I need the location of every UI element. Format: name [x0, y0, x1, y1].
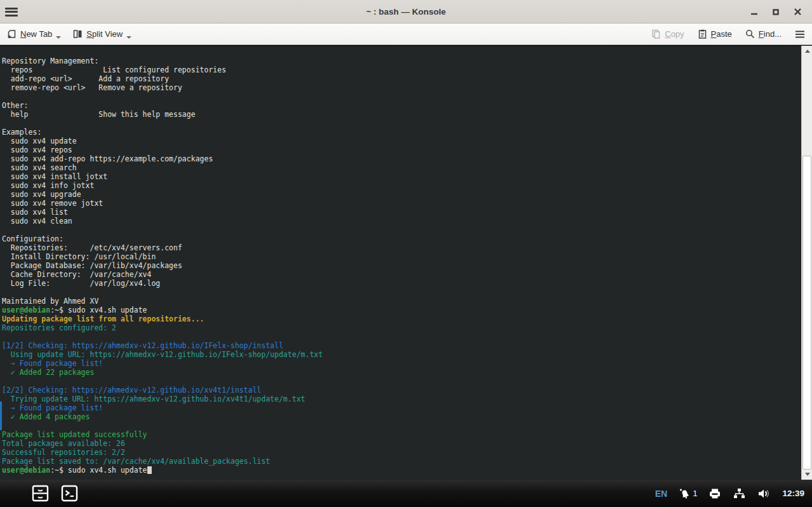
terminal-text: Cache Directory: /var/cache/xv4 [2, 270, 151, 279]
terminal-line: Log File: /var/log/xv4.log [2, 279, 799, 288]
terminal-line: Package Database: /var/lib/xv4/packages [2, 261, 799, 270]
terminal-line: repos List configured repositories [2, 65, 799, 74]
terminal-text: help Show this help message [2, 110, 196, 119]
terminal-text: user@debian [2, 306, 50, 314]
close-icon [794, 8, 802, 16]
terminal-text: Updating package list from all repositor… [2, 314, 204, 323]
terminal-line: Updating package list from all repositor… [2, 314, 799, 323]
system-tray: EN 1 12:39 [655, 487, 812, 500]
split-view-label: Split View [86, 29, 123, 39]
terminal-cursor [147, 466, 152, 474]
terminal-text: Repository Management: [2, 57, 98, 65]
terminal-text: Successful repositories: 2/2 [2, 448, 125, 457]
clock[interactable]: 12:39 [782, 489, 804, 498]
minimize-icon [750, 8, 758, 16]
terminal-line: Successful repositories: 2/2 [2, 448, 799, 457]
terminal-line: ✓ Added 22 packages [2, 368, 799, 377]
terminal-line: → Found package list! [2, 403, 799, 412]
terminal-line: [1/2] Checking: https://ahmedxv-v12.gith… [2, 341, 799, 350]
printer-icon[interactable] [708, 487, 722, 500]
notification-count: 1 [693, 489, 697, 498]
terminal-line: [2/2] Checking: https://ahmedxv-v12.gith… [2, 386, 799, 395]
terminal-text: Examples: [2, 128, 41, 137]
paste-icon [697, 29, 708, 39]
terminal-line: Using update URL: https://ahmedxv-v12.gi… [2, 350, 799, 359]
paste-label: Paste [711, 29, 732, 39]
terminal-text: user@debian [2, 466, 50, 475]
new-tab-button[interactable]: New Tab [6, 29, 61, 39]
split-view-icon [72, 29, 83, 39]
terminal-line [2, 92, 799, 101]
terminal-line: sudo xv4 search [2, 163, 799, 172]
terminal-text: remove-repo <url> Remove a repository [2, 83, 182, 92]
terminal-text: Package list saved to: /var/cache/xv4/av… [2, 457, 270, 466]
new-tab-icon [6, 29, 17, 39]
scroll-down-arrow[interactable] [802, 470, 812, 478]
new-tab-dropdown-caret[interactable] [56, 36, 61, 39]
close-button[interactable] [787, 3, 808, 22]
terminal-line [2, 332, 799, 341]
terminal-text: Maintained by Ahmed XV [2, 297, 98, 306]
terminal-area[interactable]: Repository Management: repos List config… [0, 46, 812, 480]
network-icon[interactable] [733, 487, 746, 500]
copy-label: Copy [665, 29, 684, 39]
terminal-text: Package Database: /var/lib/xv4/packages [2, 261, 182, 270]
terminal-text: sudo xv4 install jotxt [2, 172, 107, 181]
scrollbar[interactable] [801, 46, 812, 480]
terminal-line [2, 119, 799, 128]
find-button[interactable]: Find... [745, 29, 782, 39]
hamburger-icon [794, 29, 806, 39]
titlebar: ~ : bash — Konsole [0, 0, 812, 24]
terminal-line: Repositories: /etc/xv4/servers.conf [2, 243, 799, 252]
terminal-text: → Found package list! [2, 403, 103, 412]
terminal-line [2, 421, 799, 430]
terminal-line: user@debian:~$ sudo xv4.sh update [2, 466, 799, 475]
terminal-line: sudo xv4 remove jotxt [2, 199, 799, 208]
terminal-line: Cache Directory: /var/cache/xv4 [2, 270, 799, 279]
scroll-up-arrow[interactable] [802, 47, 812, 55]
terminal-line: Configuration: [2, 234, 799, 243]
terminal-line: Repository Management: [2, 57, 799, 65]
volume-icon[interactable] [757, 487, 771, 500]
terminal-text: sudo xv4 info jotxt [2, 181, 94, 190]
terminal-text: Repositories: /etc/xv4/servers.conf [2, 243, 182, 252]
split-view-button[interactable]: Split View [72, 29, 131, 39]
toolbar-right-group: Copy Paste Find... [651, 29, 806, 39]
terminal-output[interactable]: Repository Management: repos List config… [2, 57, 799, 475]
terminal-line: sudo xv4 repos [2, 145, 799, 154]
terminal-line: Repositories configured: 2 [2, 323, 799, 332]
terminal-line: Package list updated successfully [2, 430, 799, 439]
scrollbar-thumb[interactable] [802, 156, 811, 470]
terminal-line: sudo xv4 install jotxt [2, 172, 799, 181]
notifications-item[interactable]: 1 [678, 487, 697, 500]
taskbar: EN 1 12:39 [0, 480, 812, 507]
terminal-text: sudo xv4 add-repo https://example.com/pa… [2, 154, 213, 163]
maximize-icon [772, 8, 780, 16]
terminal-line: Trying update URL: https://ahmedxv-v12.g… [2, 395, 799, 403]
maximize-button[interactable] [765, 3, 787, 22]
terminal-text: :~$ sudo xv4.sh update [50, 306, 147, 314]
scroll-indicator [0, 402, 2, 430]
terminal-text: [2/2] Checking: https://ahmedxv-v12.gith… [2, 386, 262, 395]
paste-button[interactable]: Paste [697, 29, 732, 39]
terminal-line: Examples: [2, 128, 799, 137]
keyboard-layout-indicator[interactable]: EN [655, 489, 667, 499]
toolbar: New Tab Split View Copy [0, 24, 812, 45]
toolbar-menu-button[interactable] [794, 29, 806, 39]
terminal-text: Log File: /var/log/xv4.log [2, 279, 160, 288]
file-manager-icon[interactable] [30, 484, 50, 503]
terminal-text: sudo xv4 update [2, 137, 77, 145]
terminal-launcher-icon[interactable] [60, 484, 79, 503]
taskbar-launchers [0, 484, 79, 503]
terminal-line: sudo xv4 update [2, 137, 799, 145]
minimize-button[interactable] [743, 3, 765, 22]
split-view-dropdown-caret[interactable] [126, 36, 131, 39]
titlebar-menu-icon[interactable] [5, 6, 18, 17]
terminal-line: sudo xv4 upgrade [2, 190, 799, 199]
terminal-text: Using update URL: https://ahmedxv-v12.gi… [2, 350, 323, 359]
terminal-line: remove-repo <url> Remove a repository [2, 83, 799, 92]
bell-icon [678, 487, 691, 500]
terminal-text: Configuration: [2, 234, 63, 243]
copy-button[interactable]: Copy [651, 29, 684, 39]
terminal-line: sudo xv4 clean [2, 217, 799, 226]
